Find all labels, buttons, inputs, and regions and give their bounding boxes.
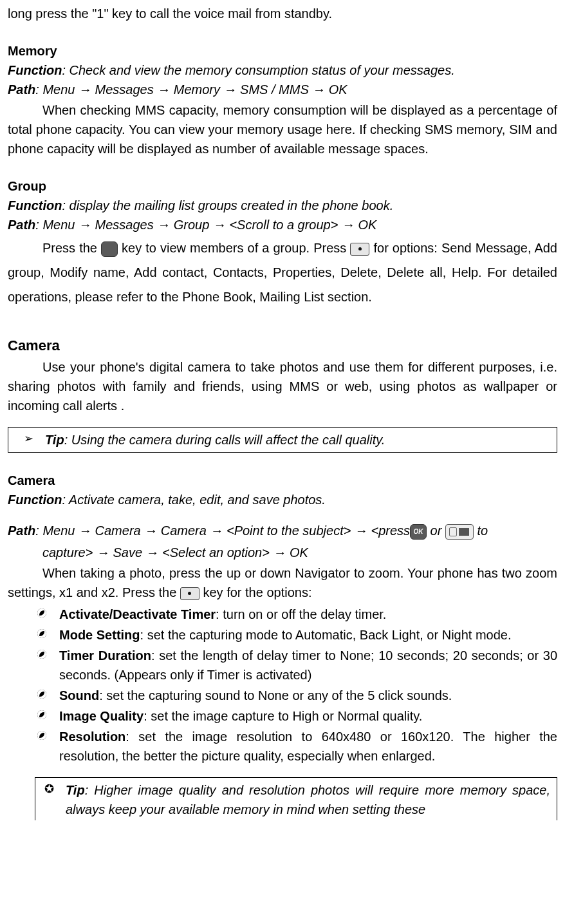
zoom-para: When taking a photo, press the up or dow… — [8, 563, 557, 602]
camera-path-mid: or — [427, 523, 445, 538]
camera-big-title: Camera — [8, 335, 557, 356]
option-term: Timer Duration — [59, 648, 151, 663]
option-rest: : set the capturing sound to None or any… — [99, 688, 452, 702]
option-rest: : set the image capture to High or Norma… — [144, 709, 422, 723]
tip-box-1: ➢ Tip: Using the camera during calls wil… — [8, 427, 557, 453]
path-label: Path — [8, 82, 35, 97]
camera-path-cont: capture> → Save → <Select an option> → O… — [8, 543, 557, 562]
option-rest: : turn on or off the delay timer. — [216, 607, 386, 621]
tip1-body: Tip: Using the camera during calls will … — [45, 430, 385, 449]
option-term: Resolution — [59, 730, 125, 744]
camera-options-list: Activate/Deactivate Timer: turn on or of… — [8, 605, 557, 766]
ok-key-icon: OK — [410, 524, 427, 540]
group-para-b: key to view members of a group. Press — [122, 241, 350, 255]
camera-sub-title: Camera — [8, 471, 557, 490]
option-term: Image Quality — [59, 709, 144, 723]
memory-function-text: : Check and view the memory consumption … — [62, 63, 454, 77]
option-term: Activate/Deactivate Timer — [59, 607, 216, 621]
option-term: Sound — [59, 688, 99, 702]
bullet-marker-icon: ✪ — [42, 780, 54, 798]
tip-label: Tip — [66, 783, 85, 797]
list-item: Mode Setting: set the capturing mode to … — [35, 625, 557, 645]
group-function-text: : display the mailing list groups create… — [62, 198, 393, 212]
memory-path: Path: Menu → Messages → Memory → SMS / M… — [8, 80, 557, 99]
camera-function-text: : Activate camera, take, edit, and save … — [62, 493, 325, 507]
path-label: Path — [8, 218, 35, 232]
tip2-text: : Higher image quality and resolution ph… — [66, 783, 550, 816]
list-item: Activate/Deactivate Timer: turn on or of… — [35, 605, 557, 624]
camera-key-icon — [445, 524, 474, 540]
memory-para: When checking MMS capacity, memory consu… — [8, 100, 557, 158]
intro-line: long press the "1" key to call the voice… — [8, 4, 557, 23]
group-title: Group — [8, 176, 557, 196]
softkey-icon — [350, 243, 369, 256]
camera-path-b: to — [474, 523, 488, 538]
list-item: Image Quality: set the image capture to … — [35, 706, 557, 726]
group-path-text: : Menu → Messages → Group → <Scroll to a… — [35, 218, 376, 232]
group-para: Press the OK key to view members of a gr… — [8, 236, 557, 309]
function-label: Function — [8, 198, 62, 212]
camera-path-a: : Menu → Camera → Camera → <Point to the… — [35, 523, 410, 538]
tip2-body: Tip: Higher image quality and resolution… — [66, 780, 550, 819]
camera-intro: Use your phone's digital camera to take … — [8, 357, 557, 415]
option-term: Mode Setting — [59, 628, 140, 642]
list-item: Resolution: set the image resolution to … — [35, 727, 557, 766]
path-label: Path — [8, 523, 35, 538]
softkey-icon — [180, 587, 199, 600]
bullet-marker-icon: ➢ — [15, 430, 33, 448]
group-path: Path: Menu → Messages → Group → <Scroll … — [8, 215, 557, 234]
camera-path: Path: Menu → Camera → Camera → <Point to… — [8, 518, 557, 543]
tip1-text: : Using the camera during calls will aff… — [64, 433, 385, 447]
zoom-b: key for the options: — [203, 585, 311, 599]
option-rest: : set the image resolution to 640x480 or… — [59, 730, 557, 763]
list-item: Sound: set the capturing sound to None o… — [35, 686, 557, 705]
list-item: Timer Duration: set the length of delay … — [35, 646, 557, 684]
function-label: Function — [8, 63, 62, 77]
camera-function: Function: Activate camera, take, edit, a… — [8, 490, 557, 509]
memory-function: Function: Check and view the memory cons… — [8, 61, 557, 80]
group-function: Function: display the mailing list group… — [8, 196, 557, 215]
function-label: Function — [8, 493, 62, 507]
option-rest: : set the capturing mode to Automatic, B… — [140, 628, 512, 642]
memory-path-text: : Menu → Messages → Memory → SMS / MMS →… — [35, 82, 347, 97]
ok-key-icon: OK — [101, 241, 118, 257]
tip-box-2: ✪ Tip: Higher image quality and resoluti… — [35, 777, 557, 820]
tip-label: Tip — [45, 433, 64, 447]
memory-title: Memory — [8, 41, 557, 61]
